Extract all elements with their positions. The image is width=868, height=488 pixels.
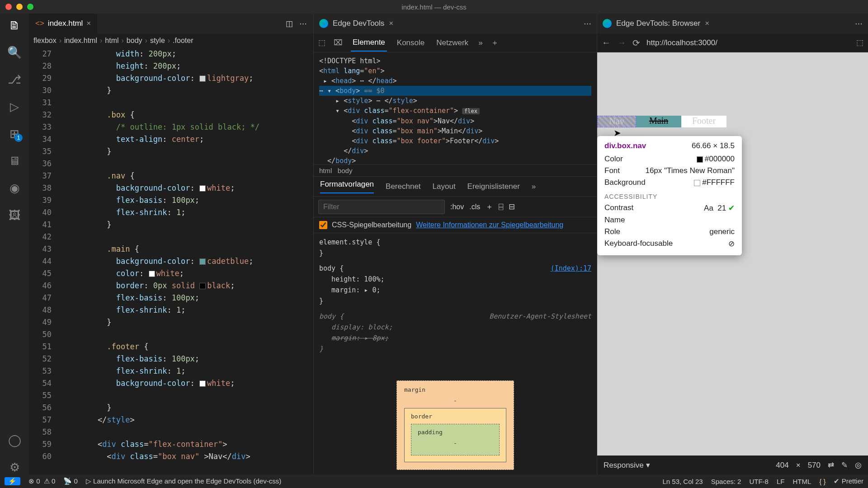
editor-tab[interactable]: <> index.html × <box>29 14 97 33</box>
css-mirror-checkbox[interactable] <box>319 221 327 229</box>
editor-tab-bar: <> index.html × ◫ ⋯ <box>29 14 313 33</box>
html-file-icon: <> <box>35 19 44 28</box>
styles-rules[interactable]: element.style { } body {(Index):17 heigh… <box>314 233 597 474</box>
zoom-window-icon[interactable] <box>27 4 33 10</box>
styles-tabs: Formatvorlagen Berechnet Layout Ereignis… <box>314 177 597 197</box>
inspect-tooltip: div.box.nav66.66 × 18.5 Color#000000 Fon… <box>597 136 742 255</box>
traffic-lights <box>5 4 33 10</box>
editor-tab-filename: index.html <box>48 19 83 28</box>
more-icon[interactable]: ⊟ <box>509 202 515 211</box>
remote-indicator[interactable]: ⚡ <box>5 477 20 485</box>
more-tabs-icon[interactable]: » <box>478 38 482 47</box>
encoding-indicator[interactable]: UTF-8 <box>749 478 769 485</box>
styles-filter-input[interactable] <box>318 200 445 214</box>
window-titlebar: index.html — dev-css <box>0 0 868 14</box>
account-icon[interactable]: ◯ <box>7 433 22 447</box>
split-editor-icon[interactable]: ◫ <box>286 19 293 28</box>
source-control-icon[interactable]: ⎇ <box>7 72 22 87</box>
edge-tools-icon[interactable]: ◉ <box>7 181 22 195</box>
cls-toggle[interactable]: .cls <box>469 203 480 211</box>
remote-icon[interactable]: 🖥 <box>7 154 22 168</box>
styles-toolbar: :hov .cls ＋ ⌸ ⊟ <box>314 197 597 217</box>
language-indicator[interactable]: HTML <box>793 478 811 485</box>
code-editor[interactable]: 2728293031323334353637383940414243444546… <box>29 48 313 474</box>
box-model[interactable]: margin- border padding- <box>396 380 514 470</box>
gear-icon[interactable]: ⚙ <box>7 460 22 474</box>
css-mirror-label: CSS-Spiegelbearbeitung <box>332 221 411 229</box>
search-icon[interactable]: 🔍 <box>7 45 22 60</box>
add-tab-icon[interactable]: ＋ <box>491 38 499 48</box>
devtools-tab-title: Edge DevTools <box>333 19 384 28</box>
tab-network[interactable]: Netzwerk <box>434 35 470 51</box>
extensions-icon[interactable]: ⊞1 <box>7 127 22 141</box>
more-tabs-icon[interactable]: » <box>532 182 536 191</box>
new-style-rule-icon[interactable]: ＋ <box>486 202 493 212</box>
browser-footer: Responsive ▾ 404 × 570 ⇄ ✎ ◎ <box>597 455 868 474</box>
launch-edge-message[interactable]: ▷ Launch Microsoft Edge and open the Edg… <box>86 477 281 485</box>
inspect-icon[interactable]: ⬚ <box>856 38 863 47</box>
prettier-indicator[interactable]: ✔ Prettier <box>834 477 863 485</box>
tab-styles[interactable]: Formatvorlagen <box>320 180 374 193</box>
responsive-mode-select[interactable]: Responsive ▾ <box>604 460 650 470</box>
more-actions-icon[interactable]: ⋯ <box>855 19 863 28</box>
edge-icon <box>603 19 612 28</box>
viewport-width[interactable]: 404 <box>776 461 788 470</box>
preview-footer: Footer <box>681 116 726 127</box>
browser-url-bar: ← → ⟳ http://localhost:3000/ ⬚ <box>597 33 868 52</box>
status-bar: ⚡ ⊗ 0 ⚠ 0 📡 0 ▷ Launch Microsoft Edge an… <box>0 474 868 488</box>
eol-indicator[interactable]: LF <box>777 478 785 485</box>
activity-bar: 🗎 🔍 ⎇ ▷ ⊞1 🖥 ◉ 🖼 ◯ ⚙ <box>0 14 29 474</box>
viewport-height[interactable]: 570 <box>808 461 821 470</box>
browser-viewport[interactable]: Nav Main Footer ➤ div.box.nav66.66 × 18.… <box>597 52 868 455</box>
eyedropper-icon[interactable]: ✎ <box>841 460 848 470</box>
more-actions-icon[interactable]: ⋯ <box>299 19 307 28</box>
breadcrumb[interactable]: flexbox›index.html›html›body›style›.foot… <box>29 33 313 48</box>
inspect-element-icon[interactable]: ⬚ <box>318 38 326 47</box>
browser-tab-title: Edge DevTools: Browser <box>616 19 700 28</box>
bracket-pair-icon[interactable]: { } <box>819 478 826 485</box>
tab-computed[interactable]: Berechnet <box>386 182 421 191</box>
tab-layout[interactable]: Layout <box>433 182 456 191</box>
editor-pane: <> index.html × ◫ ⋯ flexbox›index.html›h… <box>29 14 314 474</box>
ports-indicator[interactable]: 📡 0 <box>63 477 78 485</box>
dom-breadcrumb[interactable]: html body <box>314 164 597 177</box>
back-icon[interactable]: ← <box>602 38 611 48</box>
close-tab-icon[interactable]: × <box>86 19 91 28</box>
target-icon[interactable]: ◎ <box>855 460 862 470</box>
browser-tab-bar: Edge DevTools: Browser × ⋯ <box>597 14 868 33</box>
edge-icon <box>319 19 328 28</box>
close-window-icon[interactable] <box>5 4 12 10</box>
run-debug-icon[interactable]: ▷ <box>7 99 22 114</box>
image-icon[interactable]: 🖼 <box>7 208 22 222</box>
explorer-icon[interactable]: 🗎 <box>7 18 22 33</box>
css-mirror-row: CSS-Spiegelbearbeitung Weitere Informati… <box>314 217 597 233</box>
hov-toggle[interactable]: :hov <box>450 203 464 211</box>
flex-container-preview: Nav Main Footer <box>597 116 726 127</box>
forward-icon[interactable]: → <box>617 38 626 48</box>
device-toolbar-icon[interactable]: ⌧ <box>334 38 343 47</box>
minimize-window-icon[interactable] <box>16 4 23 10</box>
css-mirror-link[interactable]: Weitere Informationen zur Spiegelbearbei… <box>416 221 563 229</box>
preview-main: Main <box>636 116 681 127</box>
browser-pane: Edge DevTools: Browser × ⋯ ← → ⟳ http://… <box>597 14 868 474</box>
reload-icon[interactable]: ⟳ <box>632 38 640 48</box>
computed-sidebar-icon[interactable]: ⌸ <box>499 202 503 211</box>
devtools-toolbar: ⬚ ⌧ Elemente Konsole Netzwerk » ＋ <box>314 33 597 52</box>
close-devtools-icon[interactable]: × <box>389 19 393 28</box>
cursor-position[interactable]: Ln 53, Col 23 <box>662 478 703 485</box>
preview-nav: Nav <box>597 116 636 127</box>
errors-count[interactable]: ⊗ 0 ⚠ 0 <box>28 477 55 485</box>
indent-indicator[interactable]: Spaces: 2 <box>711 478 741 485</box>
close-browser-tab-icon[interactable]: × <box>705 19 709 28</box>
url-field[interactable]: http://localhost:3000/ <box>646 38 850 47</box>
tab-event-listeners[interactable]: Ereignislistener <box>467 182 520 191</box>
more-actions-icon[interactable]: ⋯ <box>584 19 591 28</box>
rotate-icon[interactable]: ⇄ <box>828 460 834 470</box>
devtools-pane: Edge DevTools × ⋯ ⬚ ⌧ Elemente Konsole N… <box>314 14 597 474</box>
devtools-tab-bar: Edge DevTools × ⋯ <box>314 14 597 33</box>
tab-elements[interactable]: Elemente <box>351 34 387 52</box>
tab-console[interactable]: Konsole <box>395 35 426 51</box>
window-title: index.html — dev-css <box>401 3 466 11</box>
dom-tree[interactable]: <!DOCTYPE html> <html lang="en"> ▸ <head… <box>314 52 597 164</box>
